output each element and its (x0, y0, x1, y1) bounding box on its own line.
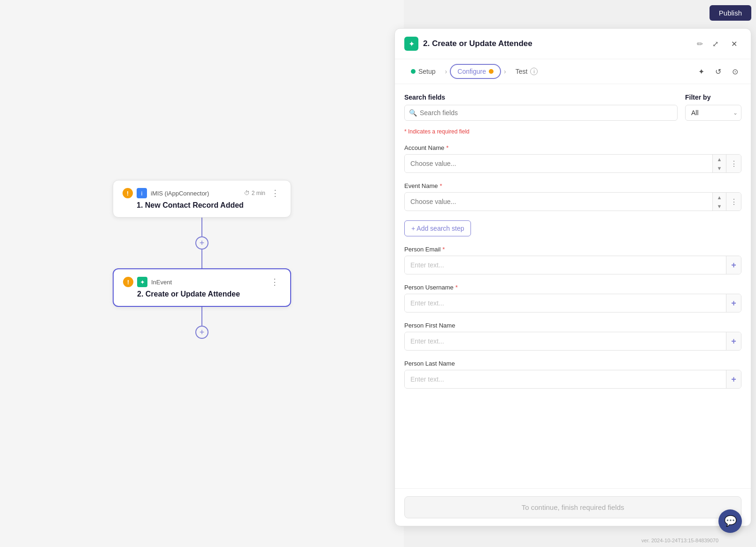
test-info-icon: i (530, 68, 538, 75)
chat-fab-button[interactable]: 💬 (718, 509, 742, 533)
required-note: * Indicates a required field (404, 128, 741, 135)
canvas: ! i iMIS (iAppConnector) ⏱ 2 min ⋮ 1. Ne… (0, 0, 404, 547)
field-person-username-label: Person Username * (404, 284, 741, 291)
panel-header-actions: ⤢ ✕ (708, 36, 741, 51)
node-1-more-icon[interactable]: ⋮ (269, 188, 281, 198)
connector-3 (201, 307, 202, 326)
person-first-name-input[interactable] (405, 333, 726, 350)
field-account-name-label: Account Name * (404, 144, 741, 151)
node-1-app-icon: i (137, 188, 147, 198)
person-username-add-btn[interactable]: + (726, 294, 741, 312)
toolbar-refresh-btn[interactable]: ↺ (711, 65, 725, 78)
field-person-last-name-label: Person Last Name (404, 360, 741, 367)
configure-status-dot (489, 69, 494, 74)
field-event-name-row: ▲ ▼ ⋮ (404, 192, 741, 211)
node-2-title: 2. Create or Update Attendee (137, 290, 281, 298)
field-person-last-name: Person Last Name + (404, 360, 741, 389)
node-2-warning-icon: ! (123, 277, 133, 287)
tab-toolbar: ✦ ↺ ⊙ (694, 65, 741, 78)
field-person-email: Person Email * + (404, 246, 741, 274)
setup-status-dot (411, 69, 416, 74)
node-2[interactable]: ! ✦ InEvent ⋮ 2. Create or Update Attend… (113, 268, 291, 307)
panel-header: ✦ 2. Create or Update Attendee ✏ ⤢ ✕ (395, 29, 751, 59)
add-search-step-button[interactable]: + Add search step (404, 220, 471, 236)
chat-icon: 💬 (724, 515, 737, 527)
node-1-time: ⏱ 2 min (244, 190, 265, 196)
filter-select-wrapper: All ⌄ (685, 105, 741, 121)
tab-setup[interactable]: Setup (404, 65, 442, 78)
toolbar-magic-btn[interactable]: ✦ (694, 65, 708, 78)
version-text: ver. 2024-10-24T13:15-84839070 (641, 538, 718, 543)
panel-body: Search fields 🔍 Filter by All ⌄ * Indica… (395, 84, 751, 488)
node-2-app-icon: ✦ (137, 277, 147, 287)
event-name-stepper: ▲ ▼ (712, 193, 726, 211)
node-1-app-label: iMIS (iAppConnector) (151, 190, 240, 197)
event-name-input[interactable] (405, 193, 712, 210)
account-name-up[interactable]: ▲ (713, 155, 726, 164)
node-1-title: 1. New Contact Record Added (137, 201, 281, 210)
field-person-first-name: Person First Name + (404, 322, 741, 351)
continue-button: To continue, finish required fields (404, 496, 741, 518)
person-last-name-add-btn[interactable]: + (726, 370, 741, 388)
publish-button[interactable]: Publish (710, 5, 751, 21)
node-1-warning-icon: ! (123, 188, 133, 198)
filter-col: Filter by All ⌄ (685, 94, 741, 121)
search-col: Search fields 🔍 (404, 94, 678, 121)
tab-chevron-1: › (445, 68, 447, 75)
flow-container: ! i iMIS (iAppConnector) ⏱ 2 min ⋮ 1. Ne… (113, 180, 291, 339)
account-name-stepper: ▲ ▼ (712, 155, 726, 172)
right-panel: ✦ 2. Create or Update Attendee ✏ ⤢ ✕ Set… (394, 28, 751, 526)
filter-by-label: Filter by (685, 94, 741, 101)
panel-app-icon: ✦ (404, 37, 418, 51)
toolbar-search-btn[interactable]: ⊙ (728, 65, 741, 78)
tab-chevron-2: › (504, 68, 506, 75)
search-input[interactable] (404, 105, 678, 121)
field-account-name-row: ▲ ▼ ⋮ (404, 154, 741, 173)
node-2-more-icon[interactable]: ⋮ (269, 277, 281, 287)
tab-configure[interactable]: Configure (450, 64, 501, 79)
field-person-username-required: * (455, 284, 458, 291)
field-event-name: Event Name * ▲ ▼ ⋮ (404, 182, 741, 211)
field-person-first-name-label: Person First Name (404, 322, 741, 329)
connector-1 (201, 218, 202, 236)
filter-select[interactable]: All (685, 105, 741, 121)
node-2-header: ! ✦ InEvent ⋮ (123, 277, 281, 287)
add-between-button[interactable]: + (195, 236, 208, 250)
field-person-email-required: * (442, 246, 445, 253)
panel-tabs: Setup › Configure › Test i ✦ ↺ ⊙ (395, 59, 751, 84)
tab-test[interactable]: Test i (509, 65, 545, 78)
clock-icon: ⏱ (244, 190, 250, 196)
close-button[interactable]: ✕ (726, 36, 741, 51)
node-1-header: ! i iMIS (iAppConnector) ⏱ 2 min ⋮ (123, 188, 281, 198)
event-name-up[interactable]: ▲ (713, 193, 726, 202)
account-name-input[interactable] (405, 155, 712, 172)
field-person-first-name-row: + (404, 332, 741, 351)
field-person-email-label: Person Email * (404, 246, 741, 253)
person-email-add-btn[interactable]: + (726, 256, 741, 274)
top-bar: Publish (0, 0, 756, 25)
add-bottom-button[interactable]: + (195, 326, 208, 339)
field-account-name: Account Name * ▲ ▼ ⋮ (404, 144, 741, 173)
person-username-input[interactable] (405, 295, 726, 312)
search-fields-label: Search fields (404, 94, 678, 101)
person-email-input[interactable] (405, 257, 726, 274)
connector-2 (201, 250, 202, 268)
account-name-options[interactable]: ⋮ (726, 155, 741, 172)
event-name-options[interactable]: ⋮ (726, 193, 741, 211)
event-name-down[interactable]: ▼ (713, 202, 726, 211)
panel-title: 2. Create or Update Attendee (423, 39, 692, 48)
node-1[interactable]: ! i iMIS (iAppConnector) ⏱ 2 min ⋮ 1. Ne… (113, 180, 291, 218)
field-event-name-label: Event Name * (404, 182, 741, 189)
panel-footer: To continue, finish required fields (395, 488, 751, 526)
expand-button[interactable]: ⤢ (708, 36, 723, 51)
person-last-name-input[interactable] (405, 371, 726, 388)
field-person-last-name-row: + (404, 370, 741, 389)
person-first-name-add-btn[interactable]: + (726, 332, 741, 350)
search-input-wrapper: 🔍 (404, 105, 678, 121)
node-2-app-label: InEvent (151, 279, 265, 286)
panel-edit-icon[interactable]: ✏ (697, 39, 703, 48)
account-name-down[interactable]: ▼ (713, 164, 726, 172)
field-account-name-required: * (446, 144, 448, 151)
field-person-username-row: + (404, 294, 741, 313)
field-event-name-required: * (440, 182, 442, 189)
